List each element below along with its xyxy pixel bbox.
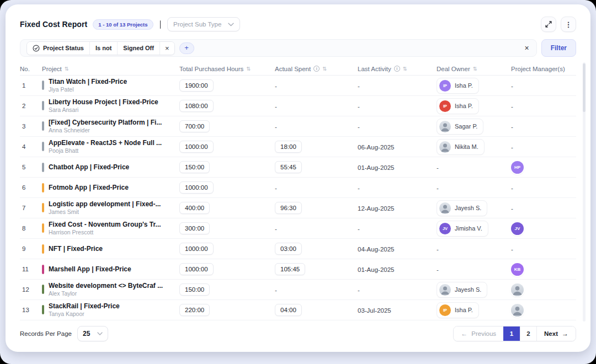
project-name: Liberty House Project | Fixed-Price xyxy=(49,98,158,106)
page-background: Fixed Cost Report 1 - 10 of 13 Projects … xyxy=(0,0,596,364)
project-cell: Chatbot App | Fixed-Price xyxy=(42,163,179,172)
table-row[interactable]: 1Titan Watch | Fixed-PriceJiya Patel1900… xyxy=(20,76,576,96)
initials-avatar[interactable]: KB xyxy=(511,263,524,276)
project-cell: Liberty House Project | Fixed-PriceSara … xyxy=(42,98,179,114)
project-owner-subtitle: James Smit xyxy=(49,208,161,216)
deal-owner-chip[interactable]: IPIsha P. xyxy=(437,98,479,114)
remove-filter-button[interactable]: × xyxy=(160,42,174,55)
last-activity-cell: 12-Aug-2025 xyxy=(358,203,437,213)
expand-button[interactable] xyxy=(541,17,556,32)
deal-owner-chip[interactable]: Jayesh S. xyxy=(437,282,487,298)
last-activity-cell: 03-Jul-2025 xyxy=(358,305,437,315)
plus-icon: + xyxy=(184,44,189,51)
project-name: [Fixed] Cybersecurity Platform | Fi... xyxy=(49,119,162,127)
sort-icon[interactable]: ⇅ xyxy=(403,66,407,72)
column-header-actual-spent[interactable]: Actual Spenti⇅ xyxy=(275,66,358,72)
sort-icon[interactable]: ⇅ xyxy=(246,66,251,72)
chevron-down-icon xyxy=(97,332,103,335)
deal-owner-cell: - xyxy=(437,183,511,192)
page-button-2[interactable]: 2 xyxy=(520,326,536,341)
project-type-bar xyxy=(42,81,44,90)
deal-owner-chip[interactable]: Nikita M. xyxy=(437,139,485,155)
photo-avatar[interactable] xyxy=(511,283,524,296)
column-header-project[interactable]: Project⇅ xyxy=(42,66,179,72)
deal-owner-chip[interactable]: Jayesh S. xyxy=(437,200,487,216)
table-row[interactable]: 7Logistic app development | Fixed-...Jam… xyxy=(20,198,576,218)
table-row[interactable]: 11Marshell App | Fixed-Price1000:00105:4… xyxy=(20,259,576,280)
column-header-total-purchased-hours[interactable]: Total Purchased Hours⇅ xyxy=(179,66,275,72)
scrollbar-thumb[interactable] xyxy=(583,63,586,112)
filter-field-chip[interactable]: Project Status xyxy=(27,42,90,55)
table-row[interactable]: 8Fixed Cost - Noventum Group's Tr...Harr… xyxy=(20,218,576,239)
project-name: NFT | Fixed-Price xyxy=(49,245,103,253)
project-name: Logistic app development | Fixed-... xyxy=(49,200,161,208)
expand-icon xyxy=(545,20,552,28)
empty-value: - xyxy=(511,124,513,130)
table-row[interactable]: 12Website development <> ByteCraf ...Ale… xyxy=(20,280,576,300)
spent-pill: 04:00 xyxy=(275,304,302,316)
project-type-bar xyxy=(42,142,44,151)
project-sub-type-select[interactable]: Project Sub Type xyxy=(167,17,240,31)
photo-avatar[interactable] xyxy=(511,304,524,317)
projects-table: No.Project⇅Total Purchased Hours⇅Actual … xyxy=(20,62,576,320)
filter-operator-chip[interactable]: Is not xyxy=(90,42,118,55)
empty-value: - xyxy=(437,266,439,273)
deal-owner-name: Sagar P. xyxy=(455,123,477,130)
table-row[interactable]: 2Liberty House Project | Fixed-PriceSara… xyxy=(20,96,576,116)
filter-chip-group: Project Status Is not Signed Off × xyxy=(26,41,175,55)
table-row[interactable]: 3[Fixed] Cybersecurity Platform | Fi...A… xyxy=(20,116,576,137)
table-row[interactable]: 9NFT | Fixed-Price1000:0003:0004-Aug-202… xyxy=(20,239,576,259)
more-options-button[interactable]: ⋮ xyxy=(561,17,576,32)
project-text: Fotmob App | Fixed-Price xyxy=(49,184,129,192)
hours-pill: 300:00 xyxy=(179,222,210,234)
deal-owner-chip[interactable]: JVJimisha V. xyxy=(437,221,488,237)
page-button-1[interactable]: 1 xyxy=(503,326,520,341)
actual-spent-cell: 04:00 xyxy=(275,304,358,316)
deal-owner-chip[interactable]: IPIsha P. xyxy=(437,78,479,94)
spent-pill: 03:00 xyxy=(275,243,302,255)
column-header-deal-owner[interactable]: Deal Owner⇅ xyxy=(437,66,511,72)
filter-button[interactable]: Filter xyxy=(541,39,576,57)
column-header-label: Deal Owner xyxy=(437,66,470,72)
sort-icon[interactable]: ⇅ xyxy=(322,66,327,72)
hours-pill: 1900:00 xyxy=(179,79,214,92)
deal-owner-chip[interactable]: IPIsha P. xyxy=(437,302,479,318)
project-type-bar xyxy=(42,101,44,110)
records-per-page-select[interactable]: 25 xyxy=(77,326,108,341)
project-text: Website development <> ByteCraf ...Alex … xyxy=(49,282,163,298)
vertical-scrollbar[interactable] xyxy=(583,62,586,322)
deal-owner-chip[interactable]: Sagar P. xyxy=(437,119,483,135)
next-page-button[interactable]: Next → xyxy=(536,326,576,341)
table-row[interactable]: 6Fotmob App | Fixed-Price1000:00---- xyxy=(20,178,576,198)
last-activity-cell: 01-Aug-2025 xyxy=(358,162,437,172)
empty-value: - xyxy=(358,103,360,110)
last-activity-date: 01-Aug-2025 xyxy=(358,164,395,171)
project-cell: NFT | Fixed-Price xyxy=(42,244,179,254)
fixed-cost-report-window: Fixed Cost Report 1 - 10 of 13 Projects … xyxy=(6,4,590,352)
project-manager-cell: HP xyxy=(511,161,576,174)
sort-icon[interactable]: ⇅ xyxy=(473,66,477,72)
project-text: Liberty House Project | Fixed-PriceSara … xyxy=(49,98,158,114)
initials-avatar: IP xyxy=(439,80,451,92)
info-icon: i xyxy=(313,66,320,72)
previous-page-button[interactable]: ← Previous xyxy=(454,326,503,341)
initials-avatar[interactable]: HP xyxy=(511,161,524,174)
last-activity-cell: 04-Aug-2025 xyxy=(358,244,437,254)
clear-filters-button[interactable]: × xyxy=(523,44,530,52)
project-cell: Logistic app development | Fixed-...Jame… xyxy=(42,200,179,216)
last-activity-cell: - xyxy=(358,121,437,131)
deal-owner-name: Jayesh S. xyxy=(455,286,481,293)
empty-value: - xyxy=(275,185,277,191)
deal-owner-cell: JVJimisha V. xyxy=(437,221,511,237)
table-row[interactable]: 13StackRail | Fixed-PriceTanya Kapoor220… xyxy=(20,300,576,320)
total-purchased-hours-cell: 150:00 xyxy=(179,283,275,296)
column-header-last-activity[interactable]: Last Activityi⇅ xyxy=(358,66,437,72)
initials-avatar[interactable]: JV xyxy=(511,222,524,235)
table-row[interactable]: 5Chatbot App | Fixed-Price150:0055:4501-… xyxy=(20,157,576,178)
last-activity-cell: 01-Aug-2025 xyxy=(358,264,437,274)
table-row[interactable]: 4AppElevate - ReactJS + Node Full ...Poo… xyxy=(20,137,576,157)
filter-value-chip[interactable]: Signed Off xyxy=(118,42,160,55)
project-owner-subtitle: Tanya Kapoor xyxy=(49,311,120,318)
add-filter-button[interactable]: + xyxy=(179,42,194,54)
sort-icon[interactable]: ⇅ xyxy=(65,66,69,72)
